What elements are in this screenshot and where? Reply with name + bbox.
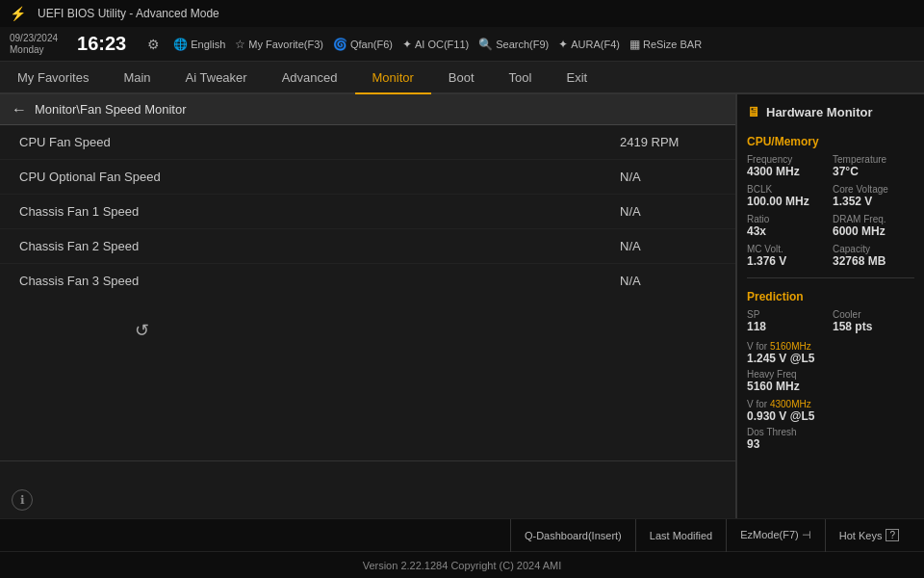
fan-row[interactable]: Chassis Fan 3 Speed N/A <box>0 264 735 293</box>
fan-name-cpu: CPU Fan Speed <box>19 135 620 149</box>
app-title: UEFI BIOS Utility - Advanced Mode <box>38 7 219 20</box>
toolbar-ai-oc[interactable]: ✦ AI OC(F11) <box>402 38 469 51</box>
stat-temperature: Temperature 37°C <box>833 154 914 178</box>
left-panel: ← Monitor\Fan Speed Monitor CPU Fan Spee… <box>0 94 736 518</box>
fan-row[interactable]: Chassis Fan 2 Speed N/A <box>0 229 735 264</box>
stat-sp: SP 118 <box>747 309 829 333</box>
nav-tool[interactable]: Tool <box>492 62 550 94</box>
fan-name-chassis3: Chassis Fan 3 Speed <box>19 274 620 288</box>
fan-row[interactable]: CPU Fan Speed 2419 RPM <box>0 125 735 160</box>
stat-capacity: Capacity 32768 MB <box>833 244 914 268</box>
left-bottom: ℹ <box>0 460 735 518</box>
toolbar-my-favorite[interactable]: ☆ My Favorite(F3) <box>235 38 323 51</box>
toolbar-english[interactable]: 🌐 English <box>173 38 225 51</box>
toolbar: 🌐 English ☆ My Favorite(F3) 🌀 Qfan(F6) ✦… <box>173 38 914 51</box>
copyright-text: Version 2.22.1284 Copyright (C) 2024 AMI <box>363 560 562 571</box>
stat-cooler: Cooler 158 pts <box>833 309 914 333</box>
fan-value-chassis3: N/A <box>620 274 716 288</box>
toolbar-resize-bar[interactable]: ▦ ReSize BAR <box>629 38 702 51</box>
hardware-monitor-title: 🖥 Hardware Monitor <box>747 104 914 119</box>
prediction-heavy-freq: Heavy Freq 5160 MHz <box>747 369 914 393</box>
fan-row[interactable]: Chassis Fan 1 Speed N/A <box>0 195 735 229</box>
stat-mc-volt: MC Volt. 1.376 V <box>747 244 829 268</box>
date-display: 09/23/2024 <box>10 33 58 44</box>
ez-mode-button[interactable]: EzMode(F7) ⊣ <box>726 519 825 552</box>
fan-name-chassis1: Chassis Fan 1 Speed <box>19 204 620 219</box>
nav-boot[interactable]: Boot <box>431 62 492 94</box>
hot-keys-button[interactable]: Hot Keys ? <box>825 519 912 552</box>
fan-value-cpu: 2419 RPM <box>620 135 716 149</box>
nav-exit[interactable]: Exit <box>549 62 604 94</box>
fan-row[interactable]: CPU Optional Fan Speed N/A <box>0 160 735 195</box>
fan-value-cpu-optional: N/A <box>620 170 716 184</box>
day-display: Monday <box>10 44 58 56</box>
fan-name-cpu-optional: CPU Optional Fan Speed <box>19 170 620 184</box>
fan-name-chassis2: Chassis Fan 2 Speed <box>19 239 620 253</box>
prediction-v1: V for 5160MHz 1.245 V @L5 <box>747 341 914 365</box>
time-display: 16:23 <box>77 33 126 55</box>
main-layout: ← Monitor\Fan Speed Monitor CPU Fan Spee… <box>0 94 924 518</box>
back-arrow-icon[interactable]: ← <box>12 101 27 118</box>
info-icon[interactable]: ℹ <box>12 489 33 511</box>
right-panel: 🖥 Hardware Monitor CPU/Memory Frequency … <box>736 94 924 518</box>
prediction-heading: Prediction <box>747 290 914 303</box>
bottom-bar: Q-Dashboard(Insert) Last Modified EzMode… <box>0 518 924 551</box>
nav-ai-tweaker[interactable]: Ai Tweaker <box>168 62 265 94</box>
nav-my-favorites[interactable]: My Favorites <box>0 62 106 94</box>
prediction-stats: SP 118 Cooler 158 pts <box>747 309 914 333</box>
toolbar-qfan[interactable]: 🌀 Qfan(F6) <box>333 38 393 51</box>
fan-list: CPU Fan Speed 2419 RPM CPU Optional Fan … <box>0 125 735 293</box>
cursor-icon: ↺ <box>135 320 149 341</box>
stat-dram-freq: DRAM Freq. 6000 MHz <box>833 214 914 238</box>
divider <box>747 277 914 278</box>
top-bar: ⚡ UEFI BIOS Utility - Advanced Mode <box>0 0 924 27</box>
toolbar-search[interactable]: 🔍 Search(F9) <box>478 38 549 51</box>
stat-bclk: BCLK 100.00 MHz <box>747 184 829 208</box>
nav-main[interactable]: Main <box>106 62 167 94</box>
fan-value-chassis2: N/A <box>620 239 716 253</box>
monitor-icon: 🖥 <box>747 104 760 119</box>
cpu-memory-heading: CPU/Memory <box>747 135 914 148</box>
nav-bar: My Favorites Main Ai Tweaker Advanced Mo… <box>0 62 924 94</box>
cpu-memory-stats: Frequency 4300 MHz Temperature 37°C BCLK… <box>747 154 914 268</box>
q-dashboard-button[interactable]: Q-Dashboard(Insert) <box>510 519 635 552</box>
prediction-v2: V for 4300MHz 0.930 V @L5 <box>747 399 914 423</box>
stat-frequency: Frequency 4300 MHz <box>747 154 829 178</box>
datetime: 09/23/2024 Monday <box>10 33 58 56</box>
nav-advanced[interactable]: Advanced <box>265 62 355 94</box>
breadcrumb: Monitor\Fan Speed Monitor <box>35 102 187 117</box>
toolbar-aura[interactable]: ✦ AURA(F4) <box>558 38 620 51</box>
second-bar: 09/23/2024 Monday 16:23 ⚙ 🌐 English ☆ My… <box>0 27 924 62</box>
nav-monitor[interactable]: Monitor <box>355 62 431 94</box>
settings-icon[interactable]: ⚙ <box>147 37 160 52</box>
footer: Version 2.22.1284 Copyright (C) 2024 AMI <box>0 551 924 578</box>
stat-ratio: Ratio 43x <box>747 214 829 238</box>
breadcrumb-bar: ← Monitor\Fan Speed Monitor <box>0 94 735 125</box>
asus-logo: ⚡ <box>10 6 26 21</box>
stat-core-voltage: Core Voltage 1.352 V <box>833 184 914 208</box>
fan-value-chassis1: N/A <box>620 204 716 219</box>
last-modified-button[interactable]: Last Modified <box>635 519 726 552</box>
prediction-dos-thresh: Dos Thresh 93 <box>747 427 914 451</box>
